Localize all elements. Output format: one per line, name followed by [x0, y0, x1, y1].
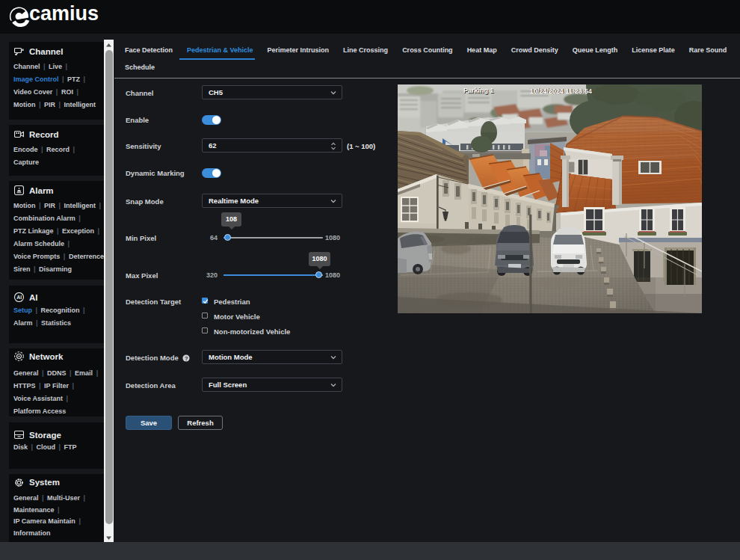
svg-text:?: ? — [185, 355, 188, 362]
svg-text:Parking 1: Parking 1 — [463, 87, 494, 94]
svg-text:AI: AI — [16, 295, 22, 300]
svg-text:10/24/2024 11:23:54: 10/24/2024 11:23:54 — [530, 87, 592, 95]
